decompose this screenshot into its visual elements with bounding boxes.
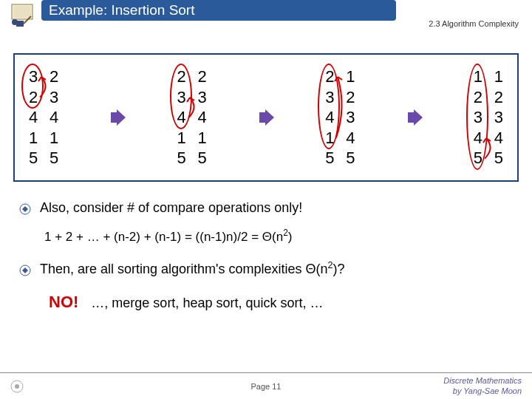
array-value: 1 [344,66,357,87]
column-before: 23415 [175,66,188,168]
array-value: 4 [175,107,188,128]
column-after: 12345 [492,66,505,168]
array-value: 3 [471,107,485,128]
no-line: NO! …, merge sort, heap sort, quick sort… [49,288,513,316]
array-value: 3 [323,87,336,108]
array-value: 1 [492,66,505,87]
array-value: 4 [47,107,61,128]
sort-step: 2341523415 [175,66,209,168]
slide-title: Example: Insertion Sort [49,2,194,18]
array-value: 1 [175,128,188,149]
array-value: 5 [492,148,505,168]
slide-footer: Page 11 Discrete Mathematics by Yang-Sae… [0,372,532,399]
complexity-formula: 1 + 2 + … + (n-2) + (n-1) = ((n-1)n)/2 =… [44,225,513,248]
array-value: 3 [196,87,209,108]
bullet-2: Then, are all sorting algorithm's comple… [19,258,513,284]
bullet-2-text: Then, are all sorting algorithm's comple… [40,258,345,281]
array-value: 5 [196,148,209,168]
no-rest: …, merge sort, heap sort, quick sort, … [91,296,323,310]
credit-line-2: by Yang-Sae Moon [443,386,522,396]
array-value: 5 [471,148,485,168]
no-word: NO! [49,293,78,311]
column-before: 23415 [323,66,336,168]
array-value: 1 [27,128,40,149]
array-value: 2 [196,66,209,87]
array-value: 2 [47,66,61,87]
column-after: 23415 [196,66,209,168]
credit-line-1: Discrete Mathematics [443,376,522,386]
array-value: 2 [344,87,357,108]
bullet-icon [19,261,33,284]
presenter-icon [7,1,38,28]
column-after: 23415 [47,66,61,168]
array-value: 4 [344,128,357,149]
array-value: 3 [27,66,40,87]
bullet-1: Also, consider # of compare operations o… [19,197,513,222]
bullet-1-text: Also, consider # of compare operations o… [40,197,302,219]
formula-pre: 1 + 2 + … + (n-2) + (n-1) = ((n-1)n)/2 =… [44,229,283,243]
array-value: 3 [47,87,61,108]
bullet-icon [19,200,33,222]
array-value: 3 [492,107,505,128]
array-value: 5 [27,148,40,168]
formula-sup: 2 [283,228,288,238]
step-arrow-icon [406,109,423,126]
page-number: Page 11 [251,382,282,391]
array-value: 4 [27,107,40,128]
sort-diagram-frame: 3241523415234152341523415123451234512345 [13,53,519,182]
formula-post: ) [288,229,293,243]
array-value: 4 [492,128,505,149]
column-before: 32415 [27,66,40,168]
array-value: 4 [196,107,209,128]
array-value: 4 [471,128,485,149]
svg-point-8 [15,384,19,389]
array-value: 2 [175,66,188,87]
array-value: 5 [175,148,188,168]
array-value: 2 [323,66,336,87]
step-arrow-icon [109,109,126,126]
column-after: 12345 [344,66,357,168]
array-value: 2 [471,87,485,108]
array-value: 1 [196,128,209,149]
body-text: Also, consider # of compare operations o… [19,197,513,316]
svg-rect-1 [13,6,31,18]
slide-header: Example: Insertion Sort 2.3 Algorithm Co… [0,0,532,30]
column-before: 12345 [471,66,485,168]
array-value: 1 [47,128,61,149]
array-value: 5 [344,148,357,168]
array-value: 1 [471,66,485,87]
sort-step: 3241523415 [27,66,61,168]
array-value: 2 [492,87,505,108]
step-arrow-icon [258,109,274,126]
sort-step: 2341512345 [323,66,357,168]
array-value: 4 [323,107,336,128]
array-value: 2 [27,87,40,108]
array-value: 3 [175,87,188,108]
footer-logo [10,380,24,393]
slide-title-bar: Example: Insertion Sort [41,0,396,21]
sort-step: 1234512345 [471,66,505,168]
array-value: 3 [344,107,357,128]
array-value: 1 [323,128,336,149]
svg-rect-3 [16,21,24,27]
array-value: 5 [323,148,336,168]
array-value: 5 [47,148,61,168]
chapter-label: 2.3 Algorithm Complexity [429,19,519,28]
footer-credit: Discrete Mathematics by Yang-Sae Moon [443,376,522,395]
